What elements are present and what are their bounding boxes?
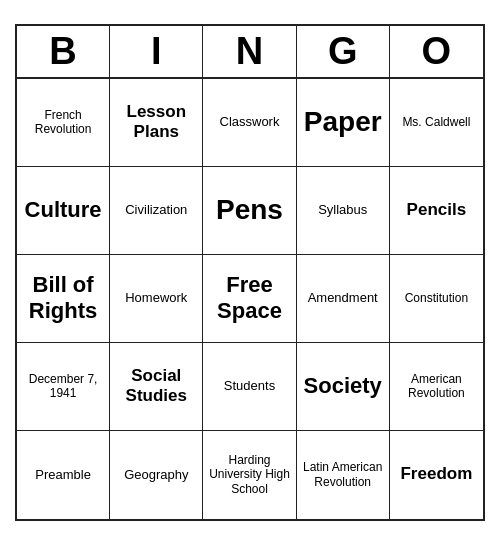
bingo-cell: Classwork	[203, 79, 296, 167]
bingo-cell: December 7, 1941	[17, 343, 110, 431]
bingo-cell: Harding University High School	[203, 431, 296, 519]
bingo-cell: French Revolution	[17, 79, 110, 167]
header-letter: G	[297, 26, 390, 77]
bingo-cell: Geography	[110, 431, 203, 519]
bingo-header: BINGO	[17, 26, 483, 79]
bingo-cell: Ms. Caldwell	[390, 79, 483, 167]
bingo-grid: French RevolutionLesson PlansClassworkPa…	[17, 79, 483, 519]
bingo-cell: Civilization	[110, 167, 203, 255]
header-letter: I	[110, 26, 203, 77]
header-letter: O	[390, 26, 483, 77]
bingo-card: BINGO French RevolutionLesson PlansClass…	[15, 24, 485, 521]
bingo-cell: Pencils	[390, 167, 483, 255]
bingo-cell: Freedom	[390, 431, 483, 519]
bingo-cell: Culture	[17, 167, 110, 255]
bingo-cell: Free Space	[203, 255, 296, 343]
bingo-cell: Preamble	[17, 431, 110, 519]
bingo-cell: Paper	[297, 79, 390, 167]
header-letter: B	[17, 26, 110, 77]
bingo-cell: Amendment	[297, 255, 390, 343]
bingo-cell: Constitution	[390, 255, 483, 343]
bingo-cell: Society	[297, 343, 390, 431]
header-letter: N	[203, 26, 296, 77]
bingo-cell: Bill of Rights	[17, 255, 110, 343]
bingo-cell: Syllabus	[297, 167, 390, 255]
bingo-cell: Homework	[110, 255, 203, 343]
bingo-cell: Social Studies	[110, 343, 203, 431]
bingo-cell: Students	[203, 343, 296, 431]
bingo-cell: Lesson Plans	[110, 79, 203, 167]
bingo-cell: Latin American Revolution	[297, 431, 390, 519]
bingo-cell: Pens	[203, 167, 296, 255]
bingo-cell: American Revolution	[390, 343, 483, 431]
